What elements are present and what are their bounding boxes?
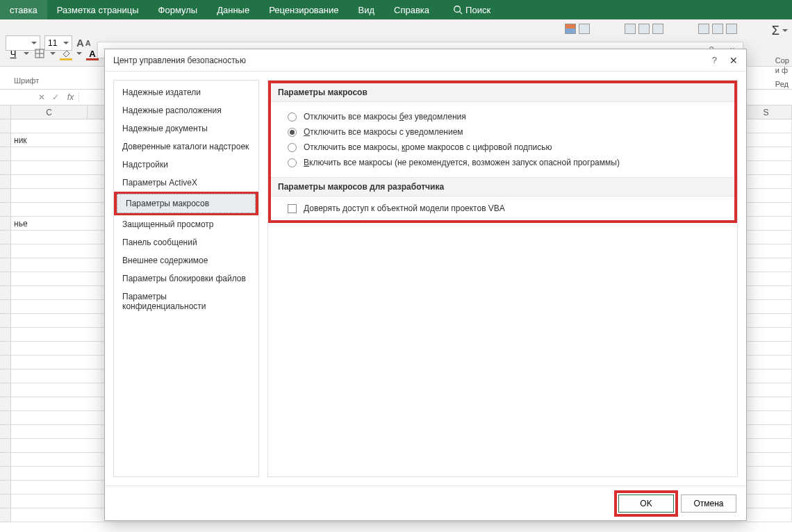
underline-button[interactable]: Ч xyxy=(6,46,21,61)
insert-cells-icon[interactable] xyxy=(625,24,636,34)
frag2: и ф xyxy=(775,65,789,75)
nav-file-block[interactable]: Параметры блокировки файлов xyxy=(114,269,258,288)
content-panel: Параметры макросов Отключить все макросы… xyxy=(267,80,738,477)
ribbon-tab-pagelayout[interactable]: Разметка страницы xyxy=(47,0,149,19)
trust-center-dialog: Центр управления безопасностью ? ✕ Надеж… xyxy=(104,49,747,521)
highlight-macros-nav: Параметры макросов xyxy=(114,192,258,215)
caret-down-icon[interactable] xyxy=(782,29,788,32)
radio-icon xyxy=(288,128,297,137)
group-label-font: Шрифт xyxy=(14,76,39,85)
nav-panel: Надежные издатели Надежные расположения … xyxy=(113,80,259,477)
section-macro-settings: Параметры макросов xyxy=(271,83,734,102)
trust-vba-checkbox-row[interactable]: Доверять доступ к объектной модели проек… xyxy=(271,197,734,220)
cells-icon-2[interactable] xyxy=(712,24,723,34)
svg-line-1 xyxy=(460,12,463,15)
radio-icon xyxy=(288,158,297,167)
delete-cells-icon[interactable] xyxy=(638,24,650,34)
ok-button[interactable]: OK xyxy=(618,494,674,513)
fx-button[interactable]: fx xyxy=(63,92,79,102)
nav-external-content[interactable]: Внешнее содержимое xyxy=(114,251,258,269)
search-label: Поиск xyxy=(465,5,490,15)
ribbon-search[interactable]: Поиск xyxy=(439,0,500,19)
nav-trusted-locations[interactable]: Надежные расположения xyxy=(114,101,258,119)
autosum-icon[interactable]: Σ xyxy=(772,24,779,38)
nav-macro-settings[interactable]: Параметры макросов xyxy=(117,194,256,213)
radio-label: Отключить все макросы с уведомлением xyxy=(304,127,463,137)
nav-trusted-documents[interactable]: Надежные документы xyxy=(114,119,258,138)
cancel-formula-icon[interactable]: ✕ xyxy=(35,92,49,102)
col-header-s[interactable]: S xyxy=(741,106,792,119)
radio-label: Включить все макросы (не рекомендуется, … xyxy=(304,158,620,167)
nav-privacy-options[interactable]: Параметры конфиденциальности xyxy=(114,288,258,315)
right-fragment: Сор и ф Ред xyxy=(775,56,789,89)
cells-icon-3[interactable] xyxy=(726,24,737,34)
search-icon xyxy=(453,5,463,15)
ribbon-tab-data[interactable]: Данные xyxy=(207,0,259,19)
radio-disable-with-notif[interactable]: Отключить все макросы с уведомлением xyxy=(288,124,718,140)
dialog-help-button[interactable]: ? xyxy=(712,55,717,65)
ribbon-tab-help[interactable]: Справка xyxy=(384,0,439,19)
col-header-c[interactable]: C xyxy=(11,106,88,119)
caret-down-icon[interactable] xyxy=(50,52,56,55)
cells-icon[interactable] xyxy=(698,24,709,34)
ribbon-tab-formulas[interactable]: Формулы xyxy=(149,0,208,19)
nav-message-bar[interactable]: Панель сообщений xyxy=(114,233,258,251)
highlight-content: Параметры макросов Отключить все макросы… xyxy=(268,81,737,223)
radio-label: Отключить все макросы без уведомления xyxy=(304,112,466,122)
nav-activex-settings[interactable]: Параметры ActiveX xyxy=(114,174,258,192)
svg-point-0 xyxy=(454,6,461,13)
cancel-button[interactable]: Отмена xyxy=(681,494,736,513)
conditional-format-icon[interactable] xyxy=(565,24,576,34)
section-developer-macro: Параметры макросов для разработчика xyxy=(271,177,734,197)
checkbox-label: Доверять доступ к объектной модели проек… xyxy=(304,203,505,213)
frag1: Сор xyxy=(775,56,789,65)
nav-protected-view[interactable]: Защищенный просмотр xyxy=(114,215,258,233)
accept-formula-icon[interactable]: ✓ xyxy=(49,92,63,102)
ribbon-tab-view[interactable]: Вид xyxy=(349,0,385,19)
radio-disable-except-signed[interactable]: Отключить все макросы, кроме макросов с … xyxy=(288,140,718,155)
radio-label: Отключить все макросы, кроме макросов с … xyxy=(304,142,552,152)
macro-radio-group: Отключить все макросы без уведомления От… xyxy=(271,102,734,177)
table-format-icon[interactable] xyxy=(579,24,590,34)
checkbox-icon xyxy=(288,204,297,213)
dialog-footer: OK Отмена xyxy=(105,485,746,520)
ribbon-tabs: ставка Разметка страницы Формулы Данные … xyxy=(0,0,792,19)
dialog-title: Центр управления безопасностью xyxy=(113,56,246,65)
caret-down-icon[interactable] xyxy=(76,52,82,55)
radio-icon xyxy=(288,143,297,152)
radio-enable-all[interactable]: Включить все макросы (не рекомендуется, … xyxy=(288,155,718,170)
bucket-icon xyxy=(61,49,71,58)
border-icon xyxy=(35,49,44,58)
ribbon-tab-review[interactable]: Рецензирование xyxy=(259,0,348,19)
nav-trusted-publishers[interactable]: Надежные издатели xyxy=(114,83,258,101)
toolbar-right-group: Σ xyxy=(565,24,788,38)
caret-down-icon[interactable] xyxy=(24,52,29,55)
nav-addins[interactable]: Надстройки xyxy=(114,156,258,174)
border-button[interactable] xyxy=(32,46,47,61)
dialog-titlebar: Центр управления безопасностью ? ✕ xyxy=(105,49,746,72)
format-cells-icon[interactable] xyxy=(652,24,663,34)
ribbon-tab-insert[interactable]: ставка xyxy=(0,0,47,19)
nav-trusted-addin-catalogs[interactable]: Доверенные каталоги надстроек xyxy=(114,138,258,156)
frag3: Ред xyxy=(775,79,789,89)
radio-disable-no-notif[interactable]: Отключить все макросы без уведомления xyxy=(288,109,718,124)
dialog-close-button[interactable]: ✕ xyxy=(729,55,738,66)
fill-color-button[interactable] xyxy=(58,46,74,61)
radio-icon xyxy=(288,113,297,122)
